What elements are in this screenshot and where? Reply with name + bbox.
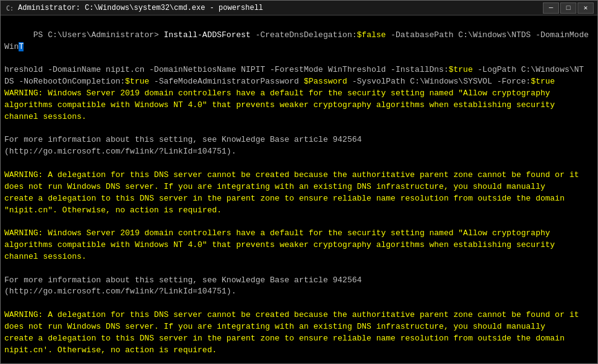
blank-4 — [4, 263, 594, 275]
svg-text:C:\: C:\ — [6, 5, 14, 12]
command-line-2: hreshold -DomainName nipit.cn -DomainNet… — [4, 64, 594, 76]
titlebar: C:\ Administrator: C:\Windows\system32\c… — [1, 1, 597, 15]
terminal-window: C:\ Administrator: C:\Windows\system32\c… — [0, 0, 598, 364]
terminal-content[interactable]: PS C:\Users\Administrator> Install-ADDSF… — [1, 15, 597, 363]
warning-line-2: algorithms compatible with Windows NT 4.… — [4, 100, 594, 111]
info-line-1: For more information about this setting,… — [4, 134, 594, 146]
window-controls: ─ □ ✕ — [543, 2, 594, 14]
maximize-button[interactable]: □ — [560, 2, 576, 14]
info2-line-1: For more information about this setting,… — [4, 275, 594, 287]
warning-line-1: WARNING: Windows Server 2019 domain cont… — [4, 88, 594, 100]
info2-line-2: (http://go.microsoft.com/fwlink/?LinkId=… — [4, 286, 594, 298]
warning-dns-4: "nipit.cn". Otherwise, no action is requ… — [4, 205, 594, 217]
warning-dns-1: WARNING: A delegation for this DNS serve… — [4, 170, 594, 181]
window-title: Administrator: C:\Windows\system32\cmd.e… — [18, 4, 263, 12]
command-line-1: PS C:\Users\Administrator> Install-ADDSF… — [4, 18, 594, 64]
blank-5 — [4, 298, 594, 310]
warning2-line-3: channel sessions. — [4, 251, 594, 263]
warning2-line-1: WARNING: Windows Server 2019 domain cont… — [4, 228, 594, 240]
warning2-dns-3: create a delegation to this DNS server i… — [4, 333, 594, 345]
blank-3 — [4, 216, 594, 228]
info-line-2: (http://go.microsoft.com/fwlink/?LinkId=… — [4, 146, 594, 158]
cmd-icon: C:\ — [4, 3, 14, 13]
warning-dns-3: create a delegation to this DNS server i… — [4, 193, 594, 205]
blank-6 — [4, 356, 594, 363]
warning-dns-2: does not run Windows DNS server. If you … — [4, 181, 594, 193]
close-button[interactable]: ✕ — [578, 2, 594, 14]
warning2-dns-4: nipit.cn'. Otherwise, no action is requi… — [4, 345, 594, 357]
minimize-button[interactable]: ─ — [543, 2, 559, 14]
warning-line-3: channel sessions. — [4, 111, 594, 123]
warning2-dns-1: WARNING: A delegation for this DNS serve… — [4, 310, 594, 321]
titlebar-left: C:\ Administrator: C:\Windows\system32\c… — [4, 3, 263, 13]
command-line-3: DS -NoRebootOnCompletion:$true -SafeMode… — [4, 76, 594, 88]
blank-2 — [4, 158, 594, 170]
warning2-line-2: algorithms compatible with Windows NT 4.… — [4, 240, 594, 251]
blank-1 — [4, 123, 594, 135]
warning2-dns-2: does not run Windows DNS server. If you … — [4, 321, 594, 333]
